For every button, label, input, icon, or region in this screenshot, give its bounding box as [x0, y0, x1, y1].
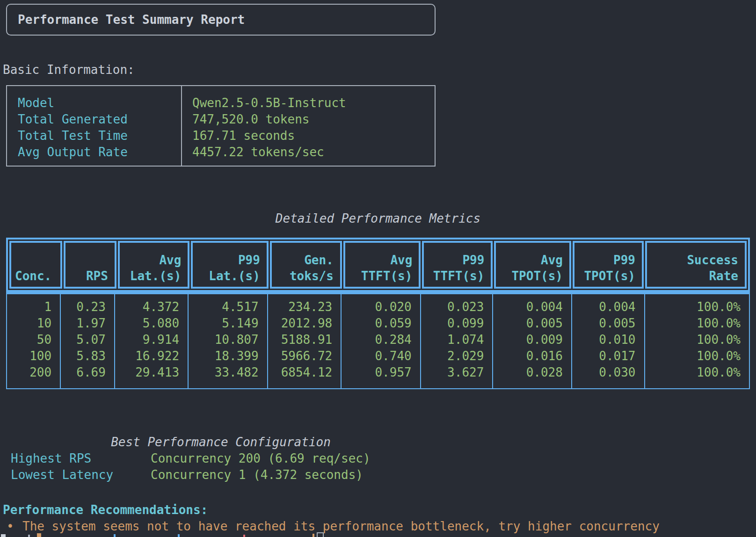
bullet-icon: • [7, 518, 22, 535]
metrics-column: 0.0230.0991.0742.0293.627 [421, 294, 494, 388]
metrics-column-header: Gen.toks/s [270, 241, 342, 289]
metrics-column: 0.0200.0590.2840.7400.957 [342, 294, 421, 388]
report-title-panel: Performance Test Summary Report [6, 4, 436, 36]
metrics-column-header: P99TPOT(s) [573, 241, 644, 289]
best-config-label: Highest RPS [6, 450, 151, 467]
clipped-text-fragment [1, 534, 6, 537]
metrics-cell: 1.074 [421, 332, 493, 348]
metrics-cell: 5.07 [61, 332, 114, 348]
metrics-cell: 234.23 [268, 299, 341, 315]
recommendations-section: Performance Recommendations: • The syste… [3, 502, 751, 535]
metrics-cell: 0.005 [493, 315, 571, 332]
metrics-cell: 0.020 [342, 299, 420, 315]
basic-info-label: Total Test Time [18, 128, 181, 144]
metrics-cell: 5.83 [61, 348, 114, 364]
metrics-column-header: RPS [64, 241, 116, 289]
metrics-cell: 9.914 [115, 332, 188, 348]
clipped-text-fragment [28, 535, 30, 537]
metrics-body: 110501002000.231.975.075.836.694.3725.08… [6, 292, 750, 389]
metrics-column: 100.0%100.0%100.0%100.0%100.0% [645, 294, 749, 388]
metrics-column: 0.231.975.075.836.69 [61, 294, 115, 388]
metrics-header-row: Conc.RPSAvgLat.(s)P99Lat.(s)Gen.toks/sAv… [6, 238, 750, 292]
metrics-column: 4.5175.14910.80718.39933.482 [189, 294, 268, 388]
metrics-column-header: AvgLat.(s) [118, 241, 190, 289]
metrics-column-header: P99TTFT(s) [422, 241, 493, 289]
metrics-cell: 5.080 [115, 315, 188, 332]
metrics-table: Conc.RPSAvgLat.(s)P99Lat.(s)Gen.toks/sAv… [6, 238, 750, 389]
metrics-cell: 0.059 [342, 315, 420, 332]
metrics-cell: 1.97 [61, 315, 114, 332]
best-config-row: Highest RPS Concurrency 200 (6.69 req/se… [6, 450, 436, 467]
best-config-row: Lowest Latency Concurrency 1 (4.372 seco… [6, 467, 436, 483]
terminal-screen: { "colors": { "background": "#282c34", "… [0, 0, 756, 537]
metrics-cell: 0.009 [493, 332, 571, 348]
metrics-cell: 100 [7, 348, 60, 364]
metrics-cell: 100.0% [645, 348, 749, 364]
best-config-section: Best Performance Configuration Highest R… [6, 434, 436, 483]
metrics-cell: 1 [7, 299, 60, 315]
clipped-text-fragment [313, 534, 314, 537]
metrics-cell: 50 [7, 332, 60, 348]
metrics-cell: 100.0% [645, 332, 749, 348]
clipped-text-fragment [37, 533, 41, 537]
metrics-cell: 2012.98 [268, 315, 341, 332]
metrics-column: 234.232012.985188.915966.726854.12 [268, 294, 342, 388]
metrics-cell: 29.413 [115, 364, 188, 381]
metrics-cell: 3.627 [421, 364, 493, 381]
metrics-cell: 0.23 [61, 299, 114, 315]
basic-info-label: Model [18, 95, 181, 111]
metrics-cell: 16.922 [115, 348, 188, 364]
clipped-text-fragment [243, 535, 245, 537]
metrics-cell: 100.0% [645, 364, 749, 381]
metrics-column: 0.0040.0050.0100.0170.030 [572, 294, 645, 388]
basic-info-value: 4457.22 tokens/sec [192, 144, 435, 160]
basic-info-value: 747,520.0 tokens [192, 111, 435, 128]
basic-info-value: 167.71 seconds [192, 128, 435, 144]
metrics-cell: 200 [7, 364, 60, 381]
metrics-cell: 0.016 [493, 348, 571, 364]
clipped-text-fragment [178, 534, 180, 537]
best-config-value: Concurrency 200 (6.69 req/sec) [151, 450, 371, 467]
metrics-cell: 0.030 [572, 364, 644, 381]
metrics-cell: 0.957 [342, 364, 420, 381]
metrics-cell: 4.517 [189, 299, 267, 315]
basic-info-label: Avg Output Rate [18, 144, 181, 160]
metrics-cell: 0.005 [572, 315, 644, 332]
metrics-cell: 100.0% [645, 315, 749, 332]
metrics-cell: 10 [7, 315, 60, 332]
metrics-cell: 0.099 [421, 315, 493, 332]
metrics-cell: 5188.91 [268, 332, 341, 348]
best-config-label: Lowest Latency [6, 467, 151, 483]
metrics-cell: 5966.72 [268, 348, 341, 364]
terminal-cursor [317, 532, 324, 537]
metrics-column-header: AvgTTFT(s) [343, 241, 421, 289]
best-config-value: Concurrency 1 (4.372 seconds) [151, 467, 363, 483]
metrics-cell: 6854.12 [268, 364, 341, 381]
basic-info-label-column: Model Total Generated Total Test Time Av… [7, 86, 182, 166]
metrics-cell: 0.004 [572, 299, 644, 315]
metrics-column: 4.3725.0809.91416.92229.413 [115, 294, 189, 388]
clipped-text-fragment [114, 534, 116, 537]
metrics-cell: 18.399 [189, 348, 267, 364]
metrics-column-header: Conc. [9, 241, 62, 289]
recommendation-item: • The system seems not to have reached i… [3, 518, 751, 535]
metrics-cell: 5.149 [189, 315, 267, 332]
metrics-cell: 0.284 [342, 332, 420, 348]
basic-info-value-column: Qwen2.5-0.5B-Instruct 747,520.0 tokens 1… [182, 86, 435, 166]
metrics-cell: 100.0% [645, 299, 749, 315]
metrics-column: 11050100200 [7, 294, 61, 388]
metrics-column-header: SuccessRate [645, 241, 747, 289]
metrics-cell: 2.029 [421, 348, 493, 364]
metrics-cell: 0.740 [342, 348, 420, 364]
report-title: Performance Test Summary Report [18, 13, 245, 27]
recommendation-text: The system seems not to have reached its… [22, 518, 660, 535]
recommendations-heading: Performance Recommendations: [3, 502, 751, 518]
metrics-column-header: AvgTPOT(s) [494, 241, 571, 289]
metrics-column: 0.0040.0050.0090.0160.028 [493, 294, 572, 388]
metrics-cell: 4.372 [115, 299, 188, 315]
basic-info-label: Total Generated [18, 111, 181, 128]
metrics-cell: 0.028 [493, 364, 571, 381]
metrics-cell: 10.807 [189, 332, 267, 348]
metrics-cell: 33.482 [189, 364, 267, 381]
best-config-title: Best Performance Configuration [6, 434, 436, 450]
